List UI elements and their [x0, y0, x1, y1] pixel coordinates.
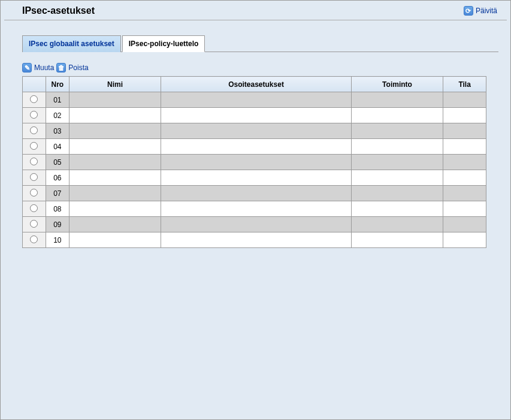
cell-nro: 08 [46, 201, 69, 217]
cell-tila [443, 108, 486, 123]
tab-bar: IPsec globaalit asetukset IPsec-policy-l… [22, 35, 498, 52]
row-select-cell [23, 170, 46, 186]
row-select-radio[interactable] [30, 111, 38, 119]
cell-tila [443, 170, 486, 186]
cell-tila [443, 123, 486, 139]
refresh-icon: ⟳ [464, 6, 473, 16]
cell-toiminto [351, 139, 443, 155]
cell-nimi [69, 186, 161, 201]
content-area: IPsec globaalit asetukset IPsec-policy-l… [1, 20, 510, 248]
cell-nro: 07 [46, 186, 69, 201]
cell-nimi [69, 139, 161, 155]
row-select-cell [23, 186, 46, 201]
cell-nimi [69, 108, 161, 123]
cell-toiminto [351, 186, 443, 201]
cell-nro: 05 [46, 155, 69, 170]
table-row: 01 [23, 92, 486, 108]
row-select-cell [23, 92, 46, 108]
row-select-cell [23, 155, 46, 170]
row-select-radio[interactable] [30, 95, 38, 103]
cell-nro: 02 [46, 108, 69, 123]
cell-osoite [161, 123, 351, 139]
cell-tila [443, 217, 486, 232]
refresh-label: Päivitä [476, 7, 497, 15]
page-container: IPsec-asetukset ⟳ Päivitä IPsec globaali… [0, 0, 511, 420]
table-row: 08 [23, 201, 486, 217]
header-osoite: Osoiteasetukset [161, 77, 351, 92]
cell-nimi [69, 155, 161, 170]
tab-global-settings[interactable]: IPsec globaalit asetukset [22, 35, 121, 52]
table-row: 03 [23, 123, 486, 139]
row-select-radio[interactable] [30, 126, 38, 134]
row-select-cell [23, 201, 46, 217]
cell-osoite [161, 201, 351, 217]
row-select-radio[interactable] [30, 204, 38, 212]
page-title: IPsec-asetukset [22, 5, 95, 16]
row-select-radio[interactable] [30, 158, 38, 165]
header-select [23, 77, 46, 92]
edit-label: Muuta [34, 64, 54, 72]
cell-osoite [161, 139, 351, 155]
row-select-cell [23, 123, 46, 139]
cell-tila [443, 92, 486, 108]
cell-nro: 10 [46, 232, 69, 248]
cell-nro: 03 [46, 123, 69, 139]
toolbar: ✎ Muuta 🗑 Poista [22, 63, 498, 72]
cell-osoite [161, 217, 351, 232]
cell-tila [443, 232, 486, 248]
cell-toiminto [351, 123, 443, 139]
cell-nro: 01 [46, 92, 69, 108]
cell-toiminto [351, 170, 443, 186]
row-select-cell [23, 217, 46, 232]
cell-toiminto [351, 92, 443, 108]
row-select-radio[interactable] [30, 173, 38, 181]
table-row: 06 [23, 170, 486, 186]
header-toiminto: Toiminto [351, 77, 443, 92]
cell-nimi [69, 201, 161, 217]
table-row: 09 [23, 217, 486, 232]
edit-icon: ✎ [22, 63, 32, 72]
cell-nimi [69, 232, 161, 248]
cell-toiminto [351, 155, 443, 170]
cell-osoite [161, 170, 351, 186]
cell-nro: 06 [46, 170, 69, 186]
cell-osoite [161, 232, 351, 248]
cell-osoite [161, 155, 351, 170]
row-select-cell [23, 108, 46, 123]
table-row: 10 [23, 232, 486, 248]
cell-nro: 04 [46, 139, 69, 155]
header-bar: IPsec-asetukset ⟳ Päivitä [4, 1, 507, 20]
row-select-radio[interactable] [30, 235, 38, 243]
delete-icon: 🗑 [56, 63, 66, 72]
policy-table: Nro Nimi Osoiteasetukset Toiminto Tila 0… [22, 76, 486, 248]
row-select-radio[interactable] [30, 220, 38, 228]
table-row: 04 [23, 139, 486, 155]
cell-tila [443, 186, 486, 201]
cell-toiminto [351, 232, 443, 248]
row-select-cell [23, 139, 46, 155]
row-select-cell [23, 232, 46, 248]
cell-nimi [69, 217, 161, 232]
cell-toiminto [351, 201, 443, 217]
refresh-button[interactable]: ⟳ Päivitä [464, 6, 497, 16]
table-row: 05 [23, 155, 486, 170]
cell-toiminto [351, 217, 443, 232]
delete-label: Poista [68, 64, 88, 72]
delete-button[interactable]: 🗑 Poista [56, 63, 88, 72]
cell-osoite [161, 108, 351, 123]
cell-nimi [69, 92, 161, 108]
cell-nro: 09 [46, 217, 69, 232]
cell-tila [443, 201, 486, 217]
cell-tila [443, 155, 486, 170]
header-tila: Tila [443, 77, 486, 92]
table-row: 07 [23, 186, 486, 201]
row-select-radio[interactable] [30, 189, 38, 197]
tab-policy-list[interactable]: IPsec-policy-luettelo [122, 35, 205, 52]
cell-nimi [69, 170, 161, 186]
header-nro: Nro [46, 77, 69, 92]
edit-button[interactable]: ✎ Muuta [22, 63, 54, 72]
table-header-row: Nro Nimi Osoiteasetukset Toiminto Tila [23, 77, 486, 92]
cell-nimi [69, 123, 161, 139]
header-nimi: Nimi [69, 77, 161, 92]
row-select-radio[interactable] [30, 142, 38, 150]
